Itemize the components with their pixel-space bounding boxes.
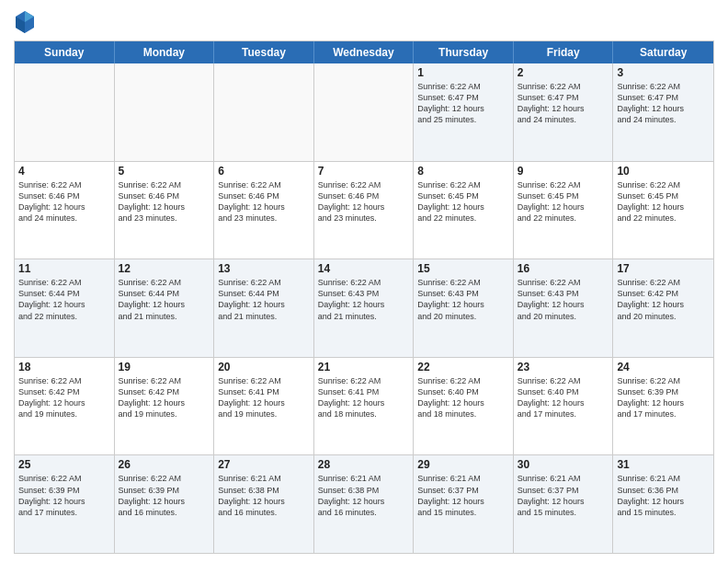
day-number: 16 <box>518 262 609 275</box>
day-info: Sunrise: 6:22 AMSunset: 6:40 PMDaylight:… <box>417 375 509 420</box>
day-info: Sunrise: 6:22 AMSunset: 6:43 PMDaylight:… <box>417 277 509 322</box>
page: SundayMondayTuesdayWednesdayThursdayFrid… <box>0 0 728 563</box>
day-number: 15 <box>417 262 509 275</box>
day-number: 12 <box>119 262 210 275</box>
cal-cell: 14Sunrise: 6:22 AMSunset: 6:43 PMDayligh… <box>314 259 415 357</box>
day-info: Sunrise: 6:22 AMSunset: 6:39 PMDaylight:… <box>617 375 710 420</box>
day-number: 17 <box>617 262 710 275</box>
cal-cell: 21Sunrise: 6:22 AMSunset: 6:41 PMDayligh… <box>314 358 415 455</box>
cal-cell: 7Sunrise: 6:22 AMSunset: 6:46 PMDaylight… <box>314 162 415 259</box>
day-info: Sunrise: 6:21 AMSunset: 6:37 PMDaylight:… <box>518 473 609 518</box>
day-info: Sunrise: 6:22 AMSunset: 6:45 PMDaylight:… <box>417 179 509 224</box>
day-number: 30 <box>518 458 609 471</box>
day-info: Sunrise: 6:22 AMSunset: 6:44 PMDaylight:… <box>218 277 310 322</box>
cal-cell: 13Sunrise: 6:22 AMSunset: 6:44 PMDayligh… <box>214 259 314 357</box>
day-info: Sunrise: 6:22 AMSunset: 6:46 PMDaylight:… <box>318 179 410 224</box>
cal-cell: 28Sunrise: 6:21 AMSunset: 6:38 PMDayligh… <box>314 455 415 553</box>
day-number: 19 <box>119 361 210 373</box>
cal-cell: 27Sunrise: 6:21 AMSunset: 6:38 PMDayligh… <box>214 455 314 553</box>
day-info: Sunrise: 6:22 AMSunset: 6:40 PMDaylight:… <box>518 375 609 420</box>
cal-cell: 30Sunrise: 6:21 AMSunset: 6:37 PMDayligh… <box>514 455 614 553</box>
day-number: 31 <box>617 458 710 471</box>
cal-header-friday: Friday <box>514 41 614 63</box>
day-number: 7 <box>318 165 410 178</box>
day-number: 3 <box>617 66 710 79</box>
day-number: 8 <box>417 165 509 178</box>
cal-cell: 25Sunrise: 6:22 AMSunset: 6:39 PMDayligh… <box>15 455 115 553</box>
day-number: 1 <box>417 66 509 79</box>
cal-cell: 2Sunrise: 6:22 AMSunset: 6:47 PMDaylight… <box>514 63 614 161</box>
day-number: 11 <box>18 262 110 275</box>
cal-cell: 22Sunrise: 6:22 AMSunset: 6:40 PMDayligh… <box>414 358 514 455</box>
day-info: Sunrise: 6:22 AMSunset: 6:47 PMDaylight:… <box>518 81 609 126</box>
day-number: 2 <box>518 66 609 79</box>
day-number: 13 <box>218 262 310 275</box>
day-number: 4 <box>18 165 110 178</box>
calendar-header-row: SundayMondayTuesdayWednesdayThursdayFrid… <box>15 41 713 63</box>
day-number: 10 <box>617 165 710 178</box>
cal-header-thursday: Thursday <box>414 41 514 63</box>
day-info: Sunrise: 6:22 AMSunset: 6:42 PMDaylight:… <box>119 375 210 420</box>
day-number: 24 <box>617 361 710 373</box>
day-info: Sunrise: 6:22 AMSunset: 6:46 PMDaylight:… <box>119 179 210 224</box>
cal-cell: 11Sunrise: 6:22 AMSunset: 6:44 PMDayligh… <box>15 259 115 357</box>
day-number: 21 <box>318 361 410 373</box>
day-info: Sunrise: 6:22 AMSunset: 6:42 PMDaylight:… <box>18 375 110 420</box>
day-info: Sunrise: 6:22 AMSunset: 6:39 PMDaylight:… <box>119 473 210 518</box>
cal-cell: 8Sunrise: 6:22 AMSunset: 6:45 PMDaylight… <box>414 162 514 259</box>
cal-cell: 10Sunrise: 6:22 AMSunset: 6:45 PMDayligh… <box>613 162 713 259</box>
day-number: 27 <box>218 458 310 471</box>
cal-cell: 16Sunrise: 6:22 AMSunset: 6:43 PMDayligh… <box>514 259 614 357</box>
day-number: 23 <box>518 361 609 373</box>
day-number: 22 <box>417 361 509 373</box>
day-number: 26 <box>119 458 210 471</box>
day-info: Sunrise: 6:22 AMSunset: 6:45 PMDaylight:… <box>518 179 609 224</box>
logo-icon <box>14 9 36 35</box>
cal-header-sunday: Sunday <box>15 41 115 63</box>
cal-cell <box>15 63 115 161</box>
cal-header-monday: Monday <box>115 41 215 63</box>
day-info: Sunrise: 6:22 AMSunset: 6:41 PMDaylight:… <box>218 375 310 420</box>
day-info: Sunrise: 6:22 AMSunset: 6:39 PMDaylight:… <box>18 473 110 518</box>
cal-cell: 26Sunrise: 6:22 AMSunset: 6:39 PMDayligh… <box>115 455 215 553</box>
day-info: Sunrise: 6:21 AMSunset: 6:37 PMDaylight:… <box>417 473 509 518</box>
cal-cell: 4Sunrise: 6:22 AMSunset: 6:46 PMDaylight… <box>15 162 115 259</box>
header <box>14 9 714 35</box>
cal-cell: 3Sunrise: 6:22 AMSunset: 6:47 PMDaylight… <box>613 63 713 161</box>
cal-cell: 20Sunrise: 6:22 AMSunset: 6:41 PMDayligh… <box>214 358 314 455</box>
day-info: Sunrise: 6:22 AMSunset: 6:43 PMDaylight:… <box>518 277 609 322</box>
cal-header-saturday: Saturday <box>613 41 713 63</box>
day-number: 25 <box>18 458 110 471</box>
day-info: Sunrise: 6:22 AMSunset: 6:45 PMDaylight:… <box>617 179 710 224</box>
cal-week-4: 18Sunrise: 6:22 AMSunset: 6:42 PMDayligh… <box>15 358 713 456</box>
calendar-body: 1Sunrise: 6:22 AMSunset: 6:47 PMDaylight… <box>15 63 713 553</box>
cal-cell: 9Sunrise: 6:22 AMSunset: 6:45 PMDaylight… <box>514 162 614 259</box>
day-number: 28 <box>318 458 410 471</box>
cal-cell: 18Sunrise: 6:22 AMSunset: 6:42 PMDayligh… <box>15 358 115 455</box>
cal-week-1: 1Sunrise: 6:22 AMSunset: 6:47 PMDaylight… <box>15 63 713 162</box>
day-info: Sunrise: 6:22 AMSunset: 6:47 PMDaylight:… <box>617 81 710 126</box>
cal-cell: 6Sunrise: 6:22 AMSunset: 6:46 PMDaylight… <box>214 162 314 259</box>
cal-week-2: 4Sunrise: 6:22 AMSunset: 6:46 PMDaylight… <box>15 162 713 260</box>
day-number: 9 <box>518 165 609 178</box>
day-info: Sunrise: 6:22 AMSunset: 6:47 PMDaylight:… <box>417 81 509 126</box>
cal-cell <box>214 63 314 161</box>
cal-cell: 29Sunrise: 6:21 AMSunset: 6:37 PMDayligh… <box>414 455 514 553</box>
cal-cell <box>314 63 415 161</box>
cal-header-tuesday: Tuesday <box>214 41 314 63</box>
cal-cell: 31Sunrise: 6:21 AMSunset: 6:36 PMDayligh… <box>613 455 713 553</box>
cal-cell: 15Sunrise: 6:22 AMSunset: 6:43 PMDayligh… <box>414 259 514 357</box>
day-info: Sunrise: 6:22 AMSunset: 6:46 PMDaylight:… <box>218 179 310 224</box>
cal-cell: 23Sunrise: 6:22 AMSunset: 6:40 PMDayligh… <box>514 358 614 455</box>
cal-cell: 5Sunrise: 6:22 AMSunset: 6:46 PMDaylight… <box>115 162 215 259</box>
day-info: Sunrise: 6:22 AMSunset: 6:41 PMDaylight:… <box>318 375 410 420</box>
cal-header-wednesday: Wednesday <box>314 41 415 63</box>
day-info: Sunrise: 6:22 AMSunset: 6:44 PMDaylight:… <box>119 277 210 322</box>
logo <box>14 9 40 35</box>
day-number: 29 <box>417 458 509 471</box>
day-info: Sunrise: 6:22 AMSunset: 6:46 PMDaylight:… <box>18 179 110 224</box>
day-info: Sunrise: 6:21 AMSunset: 6:38 PMDaylight:… <box>318 473 410 518</box>
day-info: Sunrise: 6:22 AMSunset: 6:42 PMDaylight:… <box>617 277 710 322</box>
day-number: 5 <box>119 165 210 178</box>
day-info: Sunrise: 6:21 AMSunset: 6:36 PMDaylight:… <box>617 473 710 518</box>
